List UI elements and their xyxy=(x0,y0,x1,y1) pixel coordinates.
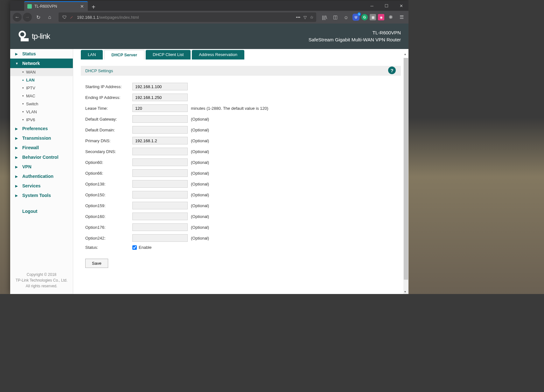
lease-time-hint: minutes (1-2880. The default value is 12… xyxy=(191,106,268,111)
svg-rect-2 xyxy=(24,38,29,41)
nav-firewall[interactable]: ▶Firewall xyxy=(10,143,73,152)
secondary-dns-label: Secondary DNS: xyxy=(85,149,132,154)
scrollbar-thumb[interactable] xyxy=(404,58,408,280)
option242-input[interactable] xyxy=(132,234,188,242)
brand-logo: tp-link xyxy=(18,31,50,42)
optional-hint: (Optional) xyxy=(191,236,209,241)
tab-lan[interactable]: LAN xyxy=(81,50,103,60)
extension-u-icon[interactable]: U1 xyxy=(352,14,359,21)
nav-system-tools[interactable]: ▶System Tools xyxy=(10,191,73,200)
nav-iptv[interactable]: IPTV xyxy=(10,84,73,92)
nav-lan[interactable]: LAN xyxy=(10,76,73,84)
nav-network[interactable]: ▼Network xyxy=(10,59,73,68)
nav-switch[interactable]: Switch xyxy=(10,100,73,108)
optional-hint: (Optional) xyxy=(191,149,209,154)
nav-vpn[interactable]: ▶VPN xyxy=(10,162,73,172)
option60-label: Option60: xyxy=(85,160,132,165)
optional-hint: (Optional) xyxy=(191,225,209,230)
router-header: tp-link TL-R600VPN SafeStream Gigabit Mu… xyxy=(10,24,408,49)
browser-tab[interactable]: TL-R600VPN ✕ xyxy=(24,1,88,11)
close-window-button[interactable]: ✕ xyxy=(394,1,408,11)
url-text: 192.168.1.1/webpages/index.html xyxy=(77,15,296,20)
back-button[interactable]: ← xyxy=(13,13,22,22)
primary-dns-input[interactable] xyxy=(132,137,188,144)
help-icon[interactable]: ? xyxy=(388,66,396,74)
tab-address-reservation[interactable]: Address Reservation xyxy=(192,50,244,60)
extension-g-icon[interactable]: G xyxy=(361,14,368,20)
optional-hint: (Optional) xyxy=(191,203,209,208)
maximize-button[interactable]: ☐ xyxy=(379,1,394,11)
option138-input[interactable] xyxy=(132,180,188,188)
nav-transmission[interactable]: ▶Transmission xyxy=(10,133,73,143)
default-gateway-label: Default Gateway: xyxy=(85,117,132,122)
nav-logout[interactable]: Logout xyxy=(10,206,73,216)
status-label: Status: xyxy=(85,245,132,250)
account-icon[interactable]: ☺ xyxy=(342,13,351,22)
nav-behavior-control[interactable]: ▶Behavior Control xyxy=(10,152,73,162)
vertical-scrollbar[interactable] xyxy=(403,58,408,294)
optional-hint: (Optional) xyxy=(191,182,209,186)
minimize-button[interactable]: ─ xyxy=(365,1,379,11)
tab-dhcp-server[interactable]: DHCP Server xyxy=(104,50,144,60)
nav-menu: ▶Status ▼Network WAN LAN IPTV MAC Switch… xyxy=(10,49,73,267)
nav-vlan[interactable]: VLAN xyxy=(10,108,73,116)
favicon-icon xyxy=(27,4,32,9)
secondary-dns-input[interactable] xyxy=(132,148,188,155)
reader-icon[interactable]: ▽ xyxy=(303,15,307,20)
chevron-right-icon: ▶ xyxy=(15,52,19,56)
option242-label: Option242: xyxy=(85,236,132,241)
extension-gear-icon[interactable]: ❋ xyxy=(386,13,395,22)
option150-input[interactable] xyxy=(132,191,188,199)
bookmark-icon[interactable]: ☆ xyxy=(310,15,314,20)
option159-input[interactable] xyxy=(132,202,188,209)
default-domain-label: Default Domain: xyxy=(85,128,132,132)
library-icon[interactable]: |||\ xyxy=(320,13,329,22)
default-domain-input[interactable] xyxy=(132,126,188,134)
new-tab-button[interactable]: + xyxy=(88,4,99,11)
menu-icon[interactable]: ☰ xyxy=(397,13,406,22)
chevron-right-icon: ▶ xyxy=(15,156,19,159)
option176-label: Option176: xyxy=(85,225,132,230)
nav-preferences[interactable]: ▶Preferences xyxy=(10,124,73,133)
starting-ip-input[interactable] xyxy=(132,83,188,90)
ending-ip-label: Ending IP Address: xyxy=(85,95,132,100)
nav-mac[interactable]: MAC xyxy=(10,92,73,100)
sidebar-toggle-icon[interactable]: ◫ xyxy=(331,13,340,22)
chevron-right-icon: ▶ xyxy=(15,165,19,169)
lease-time-label: Lease Time: xyxy=(85,106,132,111)
extension-gray-icon[interactable]: ▦ xyxy=(370,14,376,20)
option60-input[interactable] xyxy=(132,158,188,166)
chevron-right-icon: ▶ xyxy=(15,184,19,188)
option66-label: Option66: xyxy=(85,171,132,176)
reload-button[interactable]: ↻ xyxy=(33,12,43,22)
option138-label: Option138: xyxy=(85,182,132,186)
status-checkbox[interactable] xyxy=(132,245,137,250)
insecure-icon[interactable]: ⟋ xyxy=(69,15,74,20)
more-icon[interactable]: ••• xyxy=(296,15,300,20)
nav-ipv6[interactable]: IPV6 xyxy=(10,116,73,124)
tab-dhcp-client-list[interactable]: DHCP Client List xyxy=(146,50,191,60)
tab-bar: LAN DHCP Server DHCP Client List Address… xyxy=(73,49,408,60)
starting-ip-label: Starting IP Address: xyxy=(85,84,132,89)
default-gateway-input[interactable] xyxy=(132,115,188,123)
extension-pink-icon[interactable]: ◉ xyxy=(378,14,384,20)
primary-dns-label: Primary DNS: xyxy=(85,138,132,143)
save-button[interactable]: Save xyxy=(85,259,108,268)
nav-status[interactable]: ▶Status xyxy=(10,49,73,59)
option160-input[interactable] xyxy=(132,213,188,220)
svg-rect-1 xyxy=(21,36,24,41)
chevron-right-icon: ▶ xyxy=(15,136,19,140)
url-bar[interactable]: 🛡 ⟋ 192.168.1.1/webpages/index.html ••• … xyxy=(59,12,316,22)
shield-icon[interactable]: 🛡 xyxy=(62,15,67,20)
home-button[interactable]: ⌂ xyxy=(45,12,55,22)
chevron-right-icon: ▶ xyxy=(15,127,19,130)
option66-input[interactable] xyxy=(132,169,188,177)
option159-label: Option159: xyxy=(85,203,132,208)
tab-close-icon[interactable]: ✕ xyxy=(80,4,85,9)
lease-time-input[interactable] xyxy=(132,104,188,112)
option176-input[interactable] xyxy=(132,223,188,231)
nav-services[interactable]: ▶Services xyxy=(10,181,73,191)
nav-wan[interactable]: WAN xyxy=(10,68,73,76)
nav-authentication[interactable]: ▶Authentication xyxy=(10,172,73,181)
ending-ip-input[interactable] xyxy=(132,94,188,101)
